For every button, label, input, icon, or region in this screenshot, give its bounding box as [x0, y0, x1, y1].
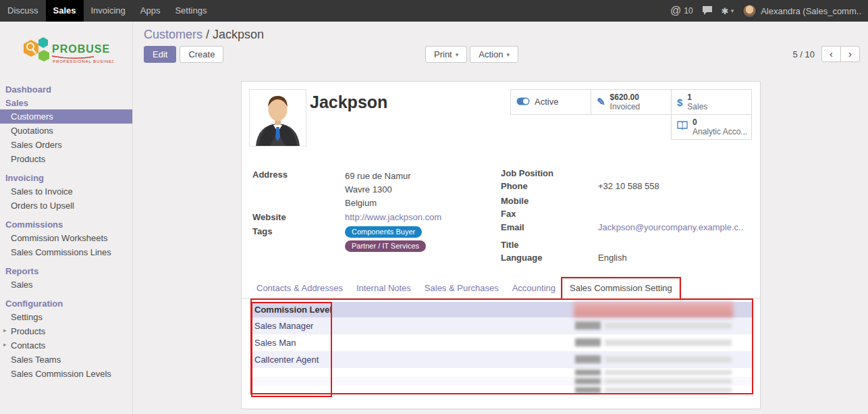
- address-value: 69 rue de Namur Wavre 1300 Belgium: [345, 170, 411, 210]
- sidebar-item-sales-orders[interactable]: Sales Orders: [0, 138, 132, 152]
- active-toggle-icon: [516, 96, 530, 108]
- stat-buttons: Active ✎ $620.00 Invoiced $ 1 Sales: [511, 90, 752, 140]
- top-bar: Discuss Sales Invoicing Apps Settings @ …: [0, 0, 868, 22]
- row-right-zone: [574, 334, 753, 351]
- redacted-value: [575, 378, 601, 384]
- tag-partner-it-services: Partner / IT Services: [345, 240, 426, 252]
- analytic-accounts-stat-button[interactable]: 0 Analytic Acco...: [671, 114, 752, 140]
- pager-previous-button[interactable]: ‹: [821, 46, 841, 62]
- probuse-logo: PROBUSE PROFESSIONAL BUSINESS: [0, 22, 132, 82]
- redacted-value: [605, 340, 732, 346]
- mention-count: 10: [684, 6, 693, 16]
- commission-level-cell[interactable]: Sales Man: [252, 334, 574, 351]
- app-menu: Discuss Sales Invoicing Apps Settings: [0, 0, 214, 22]
- sidebar-item-orders-to-upsell[interactable]: Orders to Upsell: [0, 199, 132, 213]
- menu-invoicing[interactable]: Invoicing: [84, 0, 133, 22]
- fax-label: Fax: [501, 209, 598, 219]
- pager-next-button[interactable]: ›: [840, 46, 860, 62]
- breadcrumb-current: Jackpson: [213, 28, 264, 41]
- sidebar-item-sales-to-invoice[interactable]: Sales to Invoice: [0, 184, 132, 199]
- sidebar-header-configuration[interactable]: Configuration: [0, 296, 132, 310]
- table-footer-row: [252, 368, 753, 377]
- pager-counter: 5 / 10: [792, 49, 815, 59]
- tab-internal-notes[interactable]: Internal Notes: [350, 279, 418, 298]
- caret-down-icon: ▾: [731, 7, 734, 14]
- commission-level-cell[interactable]: Callcenter Agent: [252, 351, 574, 368]
- table-row[interactable]: Callcenter Agent: [252, 351, 753, 368]
- sidebar-header-commissions[interactable]: Commissions: [0, 217, 132, 231]
- logo-title: PROBUSE: [52, 43, 110, 55]
- tab-contacts-addresses[interactable]: Contacts & Addresses: [250, 279, 350, 298]
- title-label: Title: [501, 240, 598, 251]
- table-footer-row: [252, 377, 753, 386]
- create-button[interactable]: Create: [180, 46, 223, 63]
- systray-menu[interactable]: ✱ ▾: [722, 6, 734, 16]
- field-group-left: Address 69 rue de Namur Wavre 1300 Belgi…: [252, 170, 489, 254]
- sidebar-item-products[interactable]: Products: [0, 152, 132, 166]
- sidebar-item-customers[interactable]: Customers: [0, 109, 132, 124]
- pager: 5 / 10 ‹ ›: [792, 46, 860, 62]
- sidebar-item-sales-commission-levels[interactable]: Sales Commission Levels: [0, 367, 132, 381]
- sidebar-header-invoicing[interactable]: Invoicing: [0, 171, 132, 184]
- main-content: Customers / Jackpson Edit Create Print ▾…: [133, 22, 868, 414]
- caret-down-icon: ▾: [456, 51, 459, 58]
- column-header-commission-level: Commission Level: [252, 302, 574, 317]
- submenu-arrow-icon: ▸: [3, 341, 7, 348]
- sidebar-header-sales[interactable]: Sales: [0, 96, 132, 109]
- chat-bubble-icon[interactable]: [702, 5, 713, 17]
- table-header-row: Commission Level: [252, 302, 753, 317]
- redacted-value: [605, 388, 732, 392]
- website-link[interactable]: http://www.jackpson.com: [345, 212, 441, 222]
- sidebar-item-config-products[interactable]: ▸Products: [0, 324, 132, 338]
- sidebar-item-config-contacts[interactable]: ▸Contacts: [0, 338, 132, 353]
- mention-icon: @: [670, 5, 681, 17]
- action-dropdown-button[interactable]: Action ▾: [470, 46, 518, 63]
- notebook-tabs: Contacts & Addresses Internal Notes Sale…: [242, 280, 760, 299]
- row-right-zone: [574, 351, 753, 368]
- menu-apps[interactable]: Apps: [133, 0, 168, 22]
- sidebar-header-reports[interactable]: Reports: [0, 264, 132, 278]
- job-position-label: Job Position: [501, 168, 598, 179]
- sidebar-header-dashboard[interactable]: Dashboard: [0, 82, 132, 96]
- sidebar-item-sales-commissions-lines[interactable]: Sales Commissions Lines: [0, 245, 132, 259]
- systray: @ 10 ✱ ▾ Alexandra (Sales_comm..: [670, 0, 868, 22]
- commission-level-cell[interactable]: Sales Manager: [252, 317, 574, 334]
- pencil-icon: ✎: [597, 96, 605, 108]
- sidebar-item-commission-worksheets[interactable]: Commission Worksheets: [0, 231, 132, 245]
- caret-down-icon: ▾: [506, 51, 510, 58]
- sidebar-item-reports-sales[interactable]: Sales: [0, 278, 132, 292]
- tab-sales-commission-setting[interactable]: Sales Commission Setting: [562, 278, 680, 299]
- language-label: Language: [501, 253, 598, 263]
- sidebar-item-quotations[interactable]: Quotations: [0, 124, 132, 138]
- sidebar-item-sales-teams[interactable]: Sales Teams: [0, 353, 132, 367]
- mobile-label: Mobile: [501, 196, 598, 207]
- menu-sales[interactable]: Sales: [46, 0, 84, 22]
- email-link[interactable]: Jackpson@yourcompany.example.c..: [598, 222, 743, 233]
- tab-sales-purchases[interactable]: Sales & Purchases: [418, 279, 506, 298]
- customer-photo: [249, 89, 306, 147]
- sidebar-item-settings[interactable]: Settings: [0, 310, 132, 324]
- dollar-icon: $: [677, 97, 682, 108]
- tab-accounting[interactable]: Accounting: [506, 279, 562, 298]
- menu-discuss[interactable]: Discuss: [0, 0, 46, 22]
- edit-button[interactable]: Edit: [144, 46, 176, 63]
- breadcrumb-customers[interactable]: Customers: [144, 28, 202, 41]
- redacted-value: [605, 323, 732, 329]
- table-row[interactable]: Sales Manager: [252, 317, 753, 334]
- ledger-book-icon: [677, 121, 688, 133]
- redacted-header-content: [574, 302, 733, 317]
- sales-stat-button[interactable]: $ 1 Sales: [671, 89, 752, 115]
- redacted-value: [605, 379, 732, 384]
- table-row[interactable]: Sales Man: [252, 334, 753, 351]
- table-footer-row: [252, 386, 753, 394]
- inbox-mention-counter[interactable]: @ 10: [670, 5, 693, 17]
- menu-settings[interactable]: Settings: [167, 0, 214, 22]
- tags-label: Tags: [252, 226, 345, 252]
- user-menu[interactable]: Alexandra (Sales_comm..: [742, 4, 861, 18]
- invoiced-stat-button[interactable]: ✎ $620.00 Invoiced: [591, 89, 672, 115]
- systray-icon: ✱: [722, 6, 729, 16]
- redacted-value: [605, 357, 732, 363]
- breadcrumb: Customers / Jackpson: [144, 28, 264, 42]
- active-stat-button[interactable]: Active: [510, 89, 591, 115]
- print-dropdown-button[interactable]: Print ▾: [425, 46, 467, 63]
